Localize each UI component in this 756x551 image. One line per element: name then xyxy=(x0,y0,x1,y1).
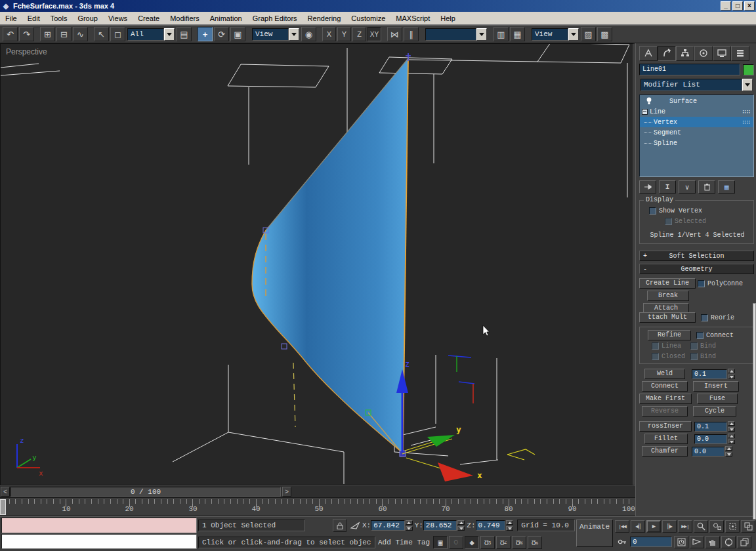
select-and-link-icon[interactable]: ⊞ xyxy=(40,27,55,41)
menu-maxscript[interactable]: MAXScript xyxy=(390,13,435,24)
spin-down-icon[interactable] xyxy=(457,526,465,531)
weld-button[interactable]: Weld xyxy=(644,369,685,379)
chevron-down-icon[interactable] xyxy=(289,28,299,41)
spin-up-icon[interactable] xyxy=(728,434,735,438)
menu-animation[interactable]: Animation xyxy=(205,13,247,24)
zoom-extents-icon[interactable] xyxy=(725,520,740,533)
unlink-selection-icon[interactable]: ⊟ xyxy=(56,27,72,41)
configure-modifier-sets-icon[interactable]: ▦ xyxy=(718,180,735,194)
stack-item-spline[interactable]: Spline xyxy=(640,138,753,148)
percent-snap-icon[interactable]: Ω% xyxy=(512,536,526,549)
chevron-down-icon[interactable] xyxy=(476,28,487,41)
key-mode-icon[interactable] xyxy=(615,536,629,548)
selection-region-icon[interactable]: ◻ xyxy=(110,27,125,41)
cycle-button[interactable]: Cycle xyxy=(693,406,736,417)
restrict-z-button[interactable]: Z xyxy=(352,27,366,41)
schematic-view-icon[interactable]: ▦ xyxy=(510,27,525,41)
x-coord-field[interactable]: 67.842 xyxy=(371,520,404,531)
closed-checkbox[interactable] xyxy=(652,353,659,360)
cross-insert-button[interactable]: rossInser xyxy=(639,421,692,432)
show-vertex-checkbox[interactable] xyxy=(649,207,656,214)
display-tab-icon[interactable] xyxy=(713,46,731,61)
track-bar[interactable]: 0 10 20 30 40 50 60 70 80 90 100 xyxy=(0,497,635,516)
viewport-label[interactable]: Perspective xyxy=(6,47,47,56)
bind-last-checkbox[interactable] xyxy=(690,353,698,360)
align-icon[interactable]: ∥ xyxy=(404,27,419,41)
spin-down-icon[interactable] xyxy=(728,375,735,379)
restrict-x-button[interactable]: X xyxy=(322,27,336,41)
track-bar-frame-handle[interactable] xyxy=(0,499,6,515)
select-by-name-icon[interactable]: ▤ xyxy=(177,27,192,41)
field-of-view-icon[interactable] xyxy=(690,536,704,548)
render-type-combo[interactable]: View xyxy=(532,28,579,41)
motion-tab-icon[interactable] xyxy=(694,46,713,61)
create-line-button[interactable]: Create Line xyxy=(639,278,696,289)
hierarchy-tab-icon[interactable] xyxy=(676,46,694,61)
object-name-field[interactable]: Line01 xyxy=(639,64,740,75)
spin-up-icon[interactable] xyxy=(506,520,513,525)
animate-button[interactable]: Animate xyxy=(576,520,613,547)
zoom-all-icon[interactable] xyxy=(709,520,724,533)
show-end-result-icon[interactable]: I xyxy=(659,180,676,194)
soft-selection-rollout[interactable]: + Soft Selection xyxy=(639,251,754,261)
use-pivot-center-icon[interactable]: ◉ xyxy=(301,27,316,41)
collapse-icon[interactable] xyxy=(642,109,648,115)
make-first-button[interactable]: Make First xyxy=(639,394,692,404)
go-to-start-icon[interactable]: |◀◀ xyxy=(615,520,629,533)
pan-hand-icon[interactable] xyxy=(705,536,720,548)
menu-file[interactable]: File xyxy=(0,13,22,24)
snap-toggle-3d-icon[interactable]: Ω3 xyxy=(480,536,495,549)
play-animation-icon[interactable]: ▶ xyxy=(646,520,661,533)
fuse-button[interactable]: Fuse xyxy=(697,394,738,404)
shaded-cube-icon[interactable]: ◆ xyxy=(465,536,479,549)
spinner-snap-icon[interactable]: Ω⇅ xyxy=(528,536,542,549)
minimize-button[interactable]: _ xyxy=(721,1,731,10)
next-frame-arrow[interactable]: > xyxy=(282,487,291,497)
geometry-rollout[interactable]: - Geometry xyxy=(639,264,754,274)
insert-button[interactable]: Insert xyxy=(693,381,739,392)
track-view-icon[interactable]: ▥ xyxy=(494,27,509,41)
current-frame-field[interactable]: 0 xyxy=(630,537,672,547)
spin-up-icon[interactable] xyxy=(728,369,735,373)
connect-button[interactable]: Connect xyxy=(642,381,688,392)
dotted-circle-icon[interactable]: ◌ xyxy=(449,536,463,549)
connect-checkbox[interactable] xyxy=(696,332,704,339)
close-button[interactable]: × xyxy=(744,1,755,10)
stack-item-vertex[interactable]: Vertex ∷∷ xyxy=(640,117,753,127)
fillet-field[interactable]: 0.0 xyxy=(694,434,727,444)
poly-connect-checkbox[interactable] xyxy=(698,280,705,287)
menu-help[interactable]: Help xyxy=(435,13,461,24)
stack-item-surface[interactable]: Surface xyxy=(640,96,753,106)
gizmo-x-arrow[interactable] xyxy=(438,462,473,481)
arc-rotate-icon[interactable] xyxy=(721,536,736,548)
chevron-down-icon[interactable] xyxy=(164,28,175,41)
menu-edit[interactable]: Edit xyxy=(22,13,45,24)
spin-down-icon[interactable] xyxy=(725,452,732,457)
fillet-button[interactable]: Fillet xyxy=(644,434,688,444)
selection-lock-icon[interactable] xyxy=(333,519,346,532)
chamfer-field[interactable]: 0.0 xyxy=(692,447,724,457)
restrict-xy-plane-button[interactable]: XY xyxy=(368,27,381,41)
menu-group[interactable]: Group xyxy=(72,13,103,24)
selection-filter-combo[interactable]: All xyxy=(127,28,175,41)
quick-render-icon[interactable]: ▩ xyxy=(597,27,612,41)
go-to-end-icon[interactable]: ▶▶| xyxy=(678,520,692,533)
menu-rendering[interactable]: Rendering xyxy=(303,13,346,24)
min-max-toggle-icon[interactable] xyxy=(737,536,751,548)
bind-to-spacewarp-icon[interactable]: ∿ xyxy=(73,27,88,41)
chamfer-button[interactable]: Chamfer xyxy=(642,446,688,457)
stack-item-line[interactable]: Line ∷∷ xyxy=(640,106,753,117)
menu-views[interactable]: Views xyxy=(103,13,133,24)
chevron-down-icon[interactable] xyxy=(568,28,579,41)
perspective-viewport[interactable]: Perspective xyxy=(0,43,635,485)
refine-button[interactable]: Refine xyxy=(648,330,691,340)
spin-down-icon[interactable] xyxy=(506,526,513,531)
spin-up-icon[interactable] xyxy=(728,421,735,426)
bind-first-checkbox[interactable] xyxy=(690,342,698,350)
time-configuration-icon[interactable] xyxy=(674,536,688,548)
select-and-move-icon[interactable]: + xyxy=(198,27,213,41)
reverse-button[interactable]: Reverse xyxy=(642,406,688,417)
stack-item-segment[interactable]: Segment xyxy=(640,127,753,138)
select-and-rotate-icon[interactable]: ⟳ xyxy=(214,27,229,41)
y-coord-field[interactable]: 28.652 xyxy=(423,520,457,531)
